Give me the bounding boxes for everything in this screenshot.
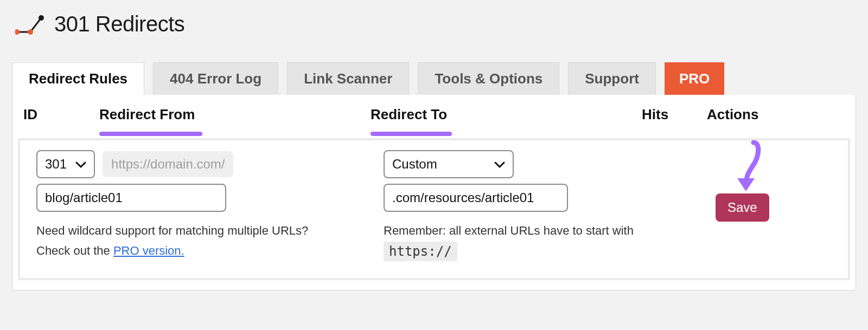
page-header: 301 Redirects [0,0,868,41]
tab-support[interactable]: Support [568,62,656,95]
svg-point-0 [15,29,20,35]
redirect-to-input[interactable] [384,184,568,212]
status-code-value: 301 [45,157,67,172]
redirect-to-type-select[interactable]: Custom [384,150,514,178]
hint-from-line2-pre: Check out the [36,244,113,257]
svg-point-1 [28,29,33,35]
tab-bar: Redirect Rules 404 Error Log Link Scanne… [0,41,868,95]
hint-to-code: https:// [384,242,457,261]
redirect-logo-icon [15,14,44,35]
table-header-row: ID Redirect From Redirect To Hits Action… [12,95,856,134]
callout-arrow-icon [726,139,764,199]
status-code-select[interactable]: 301 [36,150,95,178]
redirect-from-input[interactable] [36,184,226,212]
chevron-down-icon [494,157,505,172]
save-button[interactable]: Save [716,193,769,222]
tab-pro[interactable]: PRO [665,62,724,95]
tab-redirect-rules[interactable]: Redirect Rules [12,62,144,95]
hint-to: Remember: all external URLs have to star… [384,221,700,263]
redirect-form-row: 301 https://domain.com/ Need wildcard su… [18,138,850,280]
col-hits: Hits [631,95,696,134]
col-to: Redirect To [360,95,631,134]
col-actions: Actions [696,95,856,134]
chevron-down-icon [75,157,86,172]
redirect-to-type-value: Custom [392,157,437,172]
redirect-to-group: Custom Remember: all external URLs have … [374,150,710,263]
svg-point-2 [39,15,44,21]
tab-tools-options[interactable]: Tools & Options [418,62,559,95]
actions-group: Save [710,150,841,263]
panel: ID Redirect From Redirect To Hits Action… [12,95,856,290]
col-from: Redirect From [88,95,360,134]
tab-link-scanner[interactable]: Link Scanner [287,62,409,95]
hint-from: Need wildcard support for matching multi… [36,221,364,261]
page-title: 301 Redirects [54,12,184,36]
col-id: ID [12,95,88,134]
hint-from-line1: Need wildcard support for matching multi… [36,224,308,237]
redirect-from-group: 301 https://domain.com/ Need wildcard su… [27,150,374,263]
tab-404-error-log[interactable]: 404 Error Log [153,62,278,95]
domain-prefix: https://domain.com/ [103,151,233,177]
pro-version-link[interactable]: PRO version. [113,244,184,257]
hint-to-text: Remember: all external URLs have to star… [384,224,634,237]
